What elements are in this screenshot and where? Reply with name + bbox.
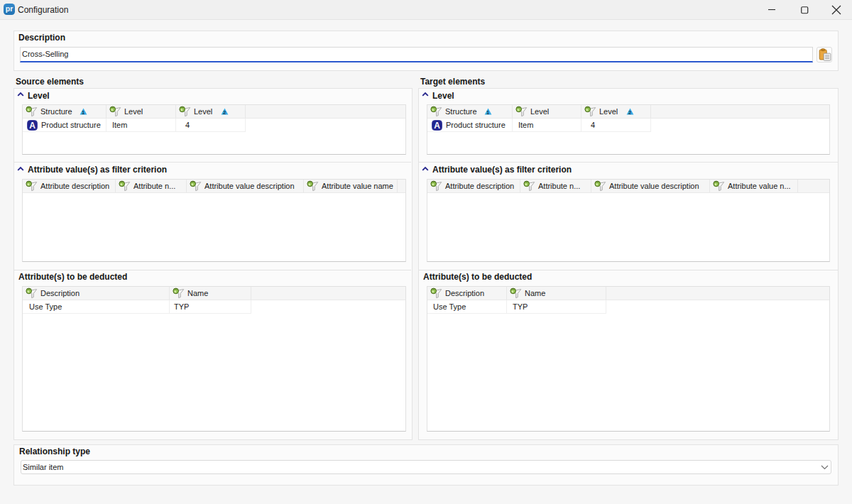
svg-text:2: 2 — [628, 109, 631, 115]
svg-text:1: 1 — [486, 109, 489, 115]
svg-text:A: A — [434, 120, 440, 130]
svg-text:1: 1 — [82, 109, 84, 115]
svg-text:2: 2 — [223, 109, 226, 115]
svg-text:A: A — [29, 120, 36, 130]
